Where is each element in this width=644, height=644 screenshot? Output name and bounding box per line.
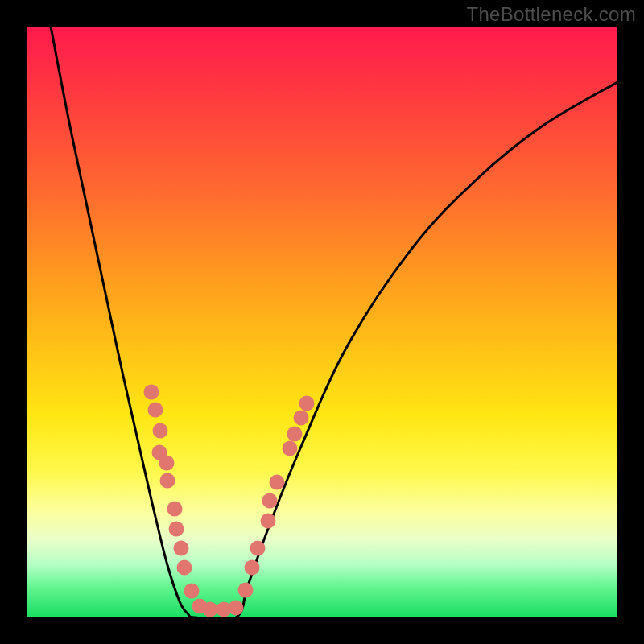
chart-frame: TheBottleneck.com (0, 0, 644, 644)
plot-area (27, 27, 617, 617)
data-dot (250, 541, 266, 556)
data-dot (238, 583, 254, 598)
data-dot (262, 493, 278, 509)
data-dot (287, 427, 303, 442)
watermark-text: TheBottleneck.com (466, 3, 636, 26)
data-dot (177, 560, 192, 576)
bottleneck-curve (51, 27, 617, 617)
chart-svg (27, 27, 617, 617)
data-dot (229, 601, 244, 616)
data-dot (159, 456, 175, 471)
data-dot (174, 541, 189, 556)
data-dot (283, 441, 298, 456)
data-dot (261, 514, 276, 529)
curve-layer (51, 27, 617, 617)
data-dot (299, 396, 315, 411)
data-dot (148, 402, 163, 418)
data-dot (184, 584, 200, 599)
data-dot (270, 475, 285, 490)
data-dot (153, 423, 168, 439)
data-dot (167, 502, 183, 517)
data-dot (203, 602, 218, 617)
data-dot (160, 473, 175, 489)
data-dot (294, 411, 309, 426)
data-dot (144, 385, 159, 400)
data-dot (169, 522, 184, 537)
data-dot (245, 560, 260, 576)
dots-layer (144, 385, 315, 617)
